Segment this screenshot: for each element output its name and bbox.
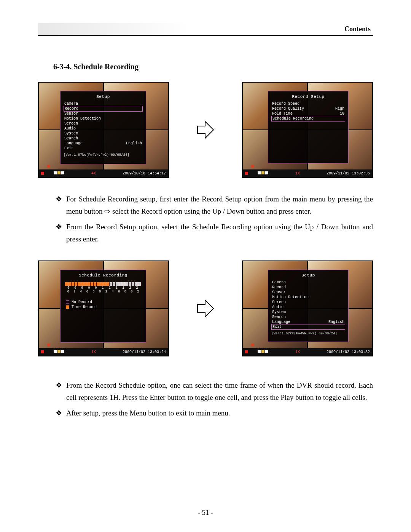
osd-item: Motion Detection <box>64 116 143 121</box>
osd-setup-menu: Setup Camera Record Sensor Motion Detect… <box>60 91 146 164</box>
osd-item: Record QualityHigh <box>271 106 345 111</box>
section-title: 6-3-4. Schedule Recording <box>53 62 373 71</box>
schedule-timegrid: 00 00 01 11 12 2 02 46 80 24 68 02 <box>61 280 146 294</box>
power-indicator <box>245 172 248 175</box>
instruction-item: For Schedule Recording setup, first ente… <box>56 193 373 218</box>
instruction-item: After setup, press the Menu button to ex… <box>56 407 373 419</box>
osd-version: [Ver:1.67kc(Fw4VN.Fw2) 09/08/24] <box>61 151 146 157</box>
legend-swatch-timerecord <box>66 305 69 309</box>
osd-item-selected: Record <box>64 106 143 112</box>
osd-item: Camera <box>271 280 345 285</box>
page-header: Contents <box>38 23 373 36</box>
osd-item: Search <box>64 136 143 141</box>
osd-item: Search <box>271 315 345 320</box>
status-bar: 4X 2009/10/16 14:54:17 <box>39 169 168 177</box>
power-indicator <box>245 350 248 353</box>
status-bar: 1X 2009/11/02 13:02:35 <box>243 169 372 177</box>
power-indicator <box>41 172 44 175</box>
timegrid-hours-row1: 00 00 01 11 12 2 <box>65 286 141 290</box>
instruction-item: From the Record Schedule option, one can… <box>56 379 373 404</box>
timegrid-cells <box>65 282 141 286</box>
osd-item: Screen <box>64 121 143 126</box>
power-indicator <box>41 350 44 353</box>
osd-title: Setup <box>61 91 146 101</box>
instruction-list-bottom: From the Record Schedule option, one can… <box>56 379 373 419</box>
status-time: 2009/11/02 13:03:32 <box>327 350 370 354</box>
osd-title: Setup <box>268 270 348 280</box>
status-icons <box>53 350 65 354</box>
osd-item: Screen <box>271 300 345 305</box>
zoom-level: 1X <box>295 171 300 176</box>
instruction-item: From the Record Setup option, select the… <box>56 221 373 246</box>
osd-item: Audio <box>271 305 345 310</box>
status-time: 2009/11/02 13:02:35 <box>327 171 370 176</box>
osd-item: System <box>64 131 143 136</box>
status-bar: 1X 2009/11/02 13:03:24 <box>39 348 168 356</box>
osd-item: LanguageEnglish <box>64 141 143 146</box>
screenshot-row-1: Setup Camera Record Sensor Motion Detect… <box>38 82 373 178</box>
osd-item: Record <box>271 285 345 290</box>
contents-label: Contents <box>344 25 371 33</box>
osd-item-selected: Exit <box>271 324 345 330</box>
zoom-level: 1X <box>295 350 300 354</box>
status-icons <box>257 171 269 176</box>
page-number: - 51 - <box>0 508 411 517</box>
record-indicator <box>251 165 254 168</box>
zoom-level: 1X <box>91 350 96 354</box>
status-bar: 1X 2009/11/02 13:03:32 <box>243 348 372 356</box>
osd-item: Sensor <box>271 290 345 295</box>
timegrid-hours-row2: 02 46 80 24 68 02 <box>65 290 141 294</box>
arrow-icon <box>196 118 215 141</box>
osd-title: Record Setup <box>268 91 348 101</box>
status-icons <box>257 350 269 354</box>
screenshot-record-setup: Record Setup Record Speed Record Quality… <box>242 82 373 178</box>
osd-item: System <box>271 310 345 315</box>
screenshot-setup-exit: Setup Camera Record Sensor Motion Detect… <box>242 260 373 356</box>
arrow-icon <box>196 297 215 320</box>
osd-item-list: Camera Record Sensor Motion Detection Sc… <box>268 280 348 330</box>
osd-item: Record Speed <box>271 101 345 106</box>
osd-item: Audio <box>64 126 143 131</box>
osd-item-selected: Schedule Recording <box>271 116 345 121</box>
screenshot-schedule-recording: Schedule Recording 00 00 01 11 <box>38 260 169 356</box>
record-indicator <box>47 165 50 168</box>
osd-setup-menu-exit: Setup Camera Record Sensor Motion Detect… <box>268 270 349 342</box>
screenshot-row-2: Schedule Recording 00 00 01 11 <box>38 260 373 356</box>
osd-item-list: Record Speed Record QualityHigh Hold Tim… <box>268 101 348 121</box>
instruction-list-top: For Schedule Recording setup, first ente… <box>56 193 373 245</box>
zoom-level: 4X <box>91 171 96 176</box>
osd-item: Exit <box>64 146 143 151</box>
osd-item: Motion Detection <box>271 295 345 300</box>
osd-schedule-menu: Schedule Recording 00 00 01 11 <box>60 270 146 343</box>
osd-version: [Ver:1.67kc(Fw4VN.Fw2) 09/08/24] <box>268 329 348 335</box>
status-time: 2009/10/16 14:54:17 <box>123 171 166 176</box>
schedule-legend: No Record Time Record <box>61 298 146 311</box>
screenshot-setup-main: Setup Camera Record Sensor Motion Detect… <box>38 82 169 178</box>
osd-record-setup-menu: Record Setup Record Speed Record Quality… <box>268 91 349 163</box>
osd-item-list: Camera Record Sensor Motion Detection Sc… <box>61 101 146 151</box>
status-icons <box>53 171 65 176</box>
osd-title: Schedule Recording <box>61 270 146 280</box>
osd-item: Sensor <box>64 111 143 116</box>
legend-swatch-norecord <box>66 300 69 304</box>
status-time: 2009/11/02 13:03:24 <box>123 350 166 354</box>
